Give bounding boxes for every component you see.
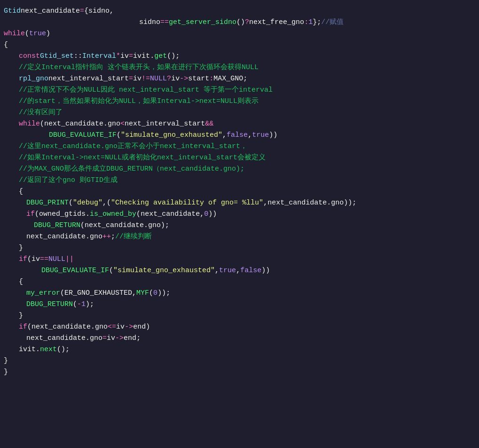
- code-line: }: [0, 243, 479, 254]
- code-line: DBUG_RETURN(next_candidate.gno);: [0, 220, 479, 231]
- code-line: if (iv == NULL ||: [0, 254, 479, 265]
- code-line: DBUG_RETURN(-1);: [0, 299, 479, 310]
- code-line: while (next_candidate.gno < next_interva…: [0, 118, 479, 130]
- code-line: //为MAX_GNO那么条件成立DBUG_RETURN（next_candida…: [0, 164, 479, 175]
- code-line: DBUG_PRINT("debug",("Checking availabili…: [0, 197, 479, 209]
- code-line: {: [0, 186, 479, 197]
- code-line: }: [0, 310, 479, 322]
- code-line: DBUG_EVALUATE_IF("simulate_gno_exhausted…: [0, 130, 479, 141]
- code-editor: Gtid next_candidate= { sidno, sidno == g…: [0, 4, 479, 380]
- code-line: next_candidate.gno= iv->end;: [0, 333, 479, 344]
- code-line: //定义Interval指针指向 这个链表开头，如果在进行下次循环会获得NULL: [0, 62, 479, 73]
- code-line: while (true): [0, 28, 479, 39]
- code-line: //的start，当然如果初始化为NULL，如果Interval->next=N…: [0, 96, 479, 107]
- code-line: DBUG_EVALUATE_IF("simulate_gno_exhausted…: [0, 265, 479, 276]
- code-line: {: [0, 39, 479, 51]
- code-line: Gtid next_candidate= { sidno,: [0, 6, 479, 17]
- code-line: //没有区间了: [0, 107, 479, 118]
- code-line: next_candidate.gno++;//继续判断: [0, 231, 479, 243]
- code-line: rpl_gno next_interval_start= iv != NULL …: [0, 73, 479, 85]
- code-line: }: [0, 367, 479, 378]
- code-line: //返回了这个gno 则GTID生成: [0, 175, 479, 186]
- code-line: ivit.next();: [0, 344, 479, 355]
- code-line: {: [0, 276, 479, 288]
- code-line: //如果Interval->next=NULL或者初始化next_interva…: [0, 152, 479, 164]
- code-line: const Gtid_set::Interval *iv= ivit.get()…: [0, 51, 479, 62]
- code-line: sidno == get_server_sidno() ? next_free_…: [0, 17, 479, 28]
- code-line: if (owned_gtids.is_owned_by(next_candida…: [0, 209, 479, 220]
- code-line: my_error(ER_GNO_EXHAUSTED, MYF(0));: [0, 288, 479, 299]
- code-line: //这里next_candidate.gno正常不会小于next_interva…: [0, 141, 479, 152]
- code-line: }: [0, 355, 479, 367]
- code-line: if (next_candidate.gno <= iv->end): [0, 322, 479, 333]
- code-line: //正常情况下不会为NULL因此 next_interval_start 等于第…: [0, 85, 479, 96]
